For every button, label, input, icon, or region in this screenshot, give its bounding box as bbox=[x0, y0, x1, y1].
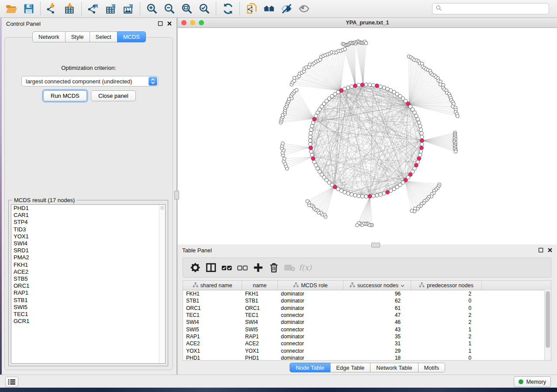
memory-button[interactable]: Memory bbox=[514, 376, 551, 387]
zoom-fit-button[interactable] bbox=[178, 1, 196, 16]
mcds-result-item[interactable]: SWI4 bbox=[11, 240, 165, 247]
column-header-MCDS-role[interactable]: MCDS role bbox=[278, 281, 343, 290]
delete-table-button bbox=[282, 260, 298, 275]
mcds-result-item[interactable]: GCR1 bbox=[11, 318, 165, 325]
table-scrollbar[interactable] bbox=[544, 290, 551, 360]
tab-network-table[interactable]: Network Table bbox=[370, 363, 418, 372]
export-table-button[interactable] bbox=[102, 1, 120, 16]
table-row[interactable]: SWI5SWI5connector431 bbox=[183, 326, 551, 333]
tab-edge-table[interactable]: Edge Table bbox=[330, 363, 370, 372]
mcds-result-item[interactable]: STB1 bbox=[11, 297, 165, 304]
table-row[interactable]: YOX1YOX1connector291 bbox=[183, 347, 551, 354]
mcds-list-scrollbar[interactable] bbox=[159, 205, 165, 363]
duplicate-network-button[interactable] bbox=[243, 1, 260, 16]
import-table-button[interactable] bbox=[61, 1, 79, 16]
column-header-name[interactable]: name bbox=[242, 281, 278, 290]
settings-gear-button[interactable] bbox=[187, 260, 203, 275]
task-history-button[interactable] bbox=[5, 377, 18, 387]
mcds-result-item[interactable]: STP4 bbox=[11, 219, 165, 226]
mcds-panel: Optimization criterion: largest connecte… bbox=[4, 37, 173, 370]
table-row[interactable]: STB1STB1dominator620 bbox=[183, 297, 551, 304]
close-panel-icon[interactable] bbox=[547, 248, 553, 253]
save-button[interactable] bbox=[20, 1, 38, 16]
cell-predecessor-nodes: 2 bbox=[411, 312, 482, 318]
cell-shared-name: SWI4 bbox=[183, 319, 242, 325]
column-header-predecessor-nodes[interactable]: predecessor nodes bbox=[411, 281, 482, 290]
zoom-in-button[interactable] bbox=[143, 1, 161, 16]
mcds-result-item[interactable]: TID3 bbox=[11, 226, 165, 233]
run-mcds-button[interactable]: Run MCDS bbox=[43, 90, 87, 101]
status-bar: Memory bbox=[0, 375, 557, 388]
column-header-successor-nodes[interactable]: successor nodes bbox=[343, 281, 411, 290]
mcds-result-item[interactable]: FKH1 bbox=[11, 261, 165, 268]
table-row[interactable]: ORC1ORC1dominator610 bbox=[183, 305, 551, 312]
home-view-button[interactable] bbox=[260, 1, 278, 16]
deselect-all-checks-button[interactable] bbox=[235, 260, 250, 275]
column-header-shared-name[interactable]: shared name bbox=[183, 281, 242, 290]
cell-shared-name: YOX1 bbox=[183, 348, 242, 354]
add-column-button[interactable] bbox=[250, 260, 266, 275]
export-image-button[interactable] bbox=[120, 1, 137, 16]
delete-column-button[interactable] bbox=[266, 260, 282, 275]
mcds-result-item[interactable]: PMA2 bbox=[11, 254, 165, 261]
mcds-result-item[interactable]: RAP1 bbox=[11, 289, 165, 296]
optimization-criterion-label: Optimization criterion: bbox=[5, 65, 173, 71]
network-window-titlebar[interactable]: YPA_prune.txt_1 bbox=[178, 18, 557, 28]
svg-text:f(x): f(x) bbox=[299, 263, 312, 272]
mcds-result-item[interactable]: TEC1 bbox=[11, 311, 165, 318]
table-row[interactable]: RAP1RAP1dominator352 bbox=[183, 333, 551, 340]
tab-motifs[interactable]: Motifs bbox=[418, 363, 445, 372]
control-panel-title: Control Panel bbox=[6, 21, 154, 27]
cell-name: ORC1 bbox=[242, 305, 278, 311]
cell-name: SWI4 bbox=[242, 319, 278, 325]
import-network-button[interactable] bbox=[44, 1, 61, 16]
mcds-result-item[interactable]: YOX1 bbox=[11, 233, 165, 240]
mcds-result-item[interactable]: ORC1 bbox=[11, 282, 165, 289]
table-row[interactable]: ACE2ACE2connector311 bbox=[183, 340, 551, 347]
tab-style[interactable]: Style bbox=[65, 31, 90, 42]
table-row[interactable]: PHD1PHD1dominator180 bbox=[183, 354, 551, 361]
zoom-out-button[interactable] bbox=[161, 1, 178, 16]
export-network-button[interactable] bbox=[85, 1, 102, 16]
zoom-selected-button[interactable] bbox=[196, 1, 213, 16]
mcds-result-item[interactable]: ACE2 bbox=[11, 268, 165, 275]
tab-mcds[interactable]: MCDS bbox=[117, 31, 146, 42]
refresh-button[interactable] bbox=[219, 1, 237, 16]
cell-shared-name: RAP1 bbox=[183, 334, 242, 340]
search-box[interactable] bbox=[432, 3, 549, 14]
chevron-down-icon[interactable] bbox=[401, 282, 405, 289]
close-panel-icon[interactable] bbox=[167, 21, 172, 26]
cell-predecessor-nodes: 1 bbox=[411, 348, 482, 354]
select-all-checks-button[interactable] bbox=[219, 260, 235, 275]
table-scrollbar-thumb[interactable] bbox=[546, 291, 550, 348]
mcds-result-item[interactable]: SRD1 bbox=[11, 247, 165, 254]
float-window-icon[interactable] bbox=[538, 248, 543, 253]
tab-node-table[interactable]: Node Table bbox=[290, 363, 331, 372]
close-panel-button[interactable]: Close panel bbox=[91, 90, 136, 101]
dropdown-stepper-icon bbox=[149, 77, 157, 86]
show-graphics-details-button[interactable] bbox=[295, 1, 313, 16]
cell-successor-nodes: 96 bbox=[343, 291, 411, 297]
vertical-splitter-handle[interactable] bbox=[174, 191, 179, 199]
mcds-result-item[interactable]: CAR1 bbox=[11, 212, 165, 219]
mcds-result-item[interactable]: STB5 bbox=[11, 275, 165, 282]
hide-graphics-details-button[interactable] bbox=[278, 1, 295, 16]
split-columns-button[interactable] bbox=[203, 260, 219, 275]
tab-select[interactable]: Select bbox=[90, 31, 118, 42]
network-canvas[interactable] bbox=[178, 28, 557, 244]
tab-network[interactable]: Network bbox=[32, 31, 66, 42]
table-row[interactable]: SWI4SWI4dominator462 bbox=[183, 319, 551, 326]
cell-name: RAP1 bbox=[242, 334, 278, 340]
cell-name: TEC1 bbox=[242, 312, 278, 318]
table-row[interactable]: TEC1TEC1connector472 bbox=[183, 312, 551, 319]
mcds-result-item[interactable]: PHD1 bbox=[11, 205, 165, 212]
open-folder-button[interactable] bbox=[3, 1, 20, 16]
mcds-result-list[interactable]: PHD1CAR1STP4TID3YOX1SWI4SRD1PMA2FKH1ACE2… bbox=[11, 204, 166, 364]
mcds-result-item[interactable]: SWI5 bbox=[11, 304, 165, 311]
table-row[interactable]: FKH1FKH1dominator962 bbox=[183, 290, 551, 297]
float-window-icon[interactable] bbox=[158, 21, 163, 26]
criterion-dropdown[interactable]: largest connected component (undirected) bbox=[21, 76, 159, 86]
cell-MCDS-role: connector bbox=[278, 327, 343, 333]
search-input[interactable] bbox=[444, 5, 549, 13]
horizontal-splitter-handle[interactable] bbox=[371, 243, 380, 248]
